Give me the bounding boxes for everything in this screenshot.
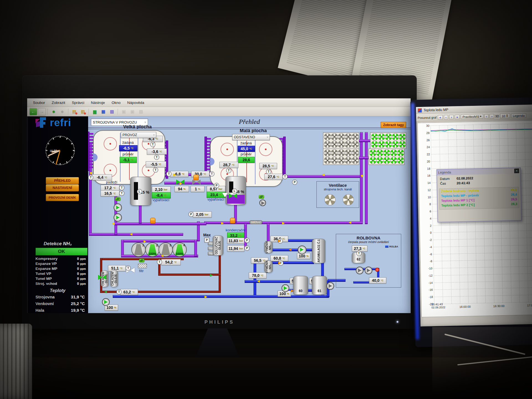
value-text: 11,83 (229, 239, 238, 243)
sidebar-button-nastaven-[interactable]: NASTAVENÍ (46, 184, 79, 191)
y-axis-tick: -4 (429, 245, 432, 249)
nh3-row: Kompresory0 ppm (35, 257, 86, 262)
value-text: 23,4 (210, 193, 218, 197)
fan-icon (352, 141, 359, 148)
sensor-t: T (88, 175, 93, 180)
clock-tick (46, 153, 47, 154)
sensor-p: P (292, 180, 297, 185)
folder-alert-icon[interactable]: ▥ (79, 108, 87, 115)
refri-logo-text: refri (50, 117, 71, 129)
menu-item-soubor[interactable]: Soubor (30, 99, 48, 106)
clock-tick (70, 140, 71, 141)
scada-label: dP (259, 195, 264, 199)
users-icon[interactable]: ☻ (50, 108, 58, 115)
value-text: 100 (299, 254, 305, 258)
condenser-fan-bank-stopped (323, 149, 359, 165)
ruler-left-button[interactable]: ‹ (484, 114, 489, 118)
sidebar-button-provozn-den-k[interactable]: PROVOZNÍ DENÍK (46, 194, 79, 201)
value-text: 45,0 (241, 147, 248, 151)
user-disabled-icon[interactable]: ☻ (58, 108, 66, 115)
vessel-label: VÝMĚNÍK NH₃ (265, 241, 272, 253)
pipe-segment (360, 132, 362, 224)
fan-icon (390, 149, 397, 157)
legend-series-rows: Žádaná hodnota - teplota45,0Teplota ledu… (439, 187, 519, 210)
valve-green[interactable] (229, 193, 237, 198)
pan-right-button[interactable]: › (449, 115, 454, 119)
compressor-2: 2100% (145, 242, 160, 257)
value-unit: °C (113, 186, 116, 189)
value-box: 51,1°C (108, 265, 126, 271)
y-axis-tick: 0 (430, 231, 432, 234)
vessel-label: AKUMULACE Č.1 (312, 239, 325, 263)
close-icon[interactable]: ✕ (514, 169, 519, 173)
sensor-t: T (209, 171, 214, 177)
fan-icon (352, 157, 359, 164)
faceoff-dot (148, 170, 149, 171)
value-unit: °C (203, 173, 206, 175)
nh3-row: Stroj. vchod0 ppm (35, 282, 86, 287)
toolbar-separator (48, 109, 48, 115)
trend-chart[interactable]: Legenda ✕ Datum02.08.2022 Čas20:41:43 Žá… (417, 120, 532, 317)
pipe-segment (267, 224, 269, 242)
pan-left-button[interactable]: ‹ (444, 115, 448, 119)
document-alert-icon[interactable]: ▤ (70, 108, 78, 115)
print2-disabled-icon[interactable]: ▣ (129, 108, 136, 115)
value-box: 78,0°C (249, 272, 267, 278)
flow-arrow-icon: ▶ (257, 280, 260, 283)
report-icon[interactable]: ▨ (108, 108, 116, 115)
export-disabled-icon[interactable]: ▧ (137, 108, 145, 115)
clock-tick (58, 164, 59, 165)
flow-arrow-icon: ▶ (322, 173, 325, 177)
evaporator-coil (89, 133, 93, 170)
menu-item-okno[interactable]: Okno (109, 99, 124, 106)
faceoff-dot (109, 170, 111, 171)
value-unit: °C (131, 147, 134, 150)
pipe-segment (254, 263, 256, 296)
level-sensor: L (137, 189, 142, 194)
clock-tick (73, 154, 74, 155)
rolbovna-box: ROLBOVNAčerpala pouze místní ovládáníROL… (336, 234, 401, 288)
scada-label: vypařovací (206, 198, 226, 201)
value-box: 94% (175, 186, 189, 192)
menu-item-zobrazit[interactable]: Zobrazit (49, 99, 68, 106)
sensor-t: T (119, 191, 124, 196)
velka-state-dropdown[interactable]: PROVOZ˅ (121, 132, 156, 138)
pan-right-fast-button[interactable]: » (455, 115, 460, 119)
x-axis-tick: 15:41:4302.08.2022 (431, 302, 446, 309)
interval-spinner[interactable]: 10 ⇕ (500, 113, 510, 118)
scada-label: průměr (119, 152, 137, 156)
ventilace-box: Ventilacestrojovna tech. kanál (316, 181, 359, 208)
menu-item-nástroje[interactable]: Nástroje (88, 99, 108, 106)
y-axis-tick: 26 (426, 138, 430, 142)
ventilace-labels: strojovna tech. kanál (317, 188, 359, 191)
menu-item-nápověda[interactable]: Nápověda (124, 99, 147, 106)
menu-bar: SouborZobrazitSprávciNástrojeOknoNápověd… (27, 98, 411, 107)
back-icon[interactable]: ← (29, 108, 37, 115)
bar-chart-icon[interactable]: ▆ (91, 108, 99, 115)
vessel: 61 (312, 276, 327, 295)
ruler-mode-select[interactable]: Pravítko/kříž ▾ (461, 114, 483, 119)
legend-window[interactable]: Legenda ✕ Datum02.08.2022 Čas20:41:43 Žá… (436, 167, 522, 222)
clock-tick (50, 139, 51, 140)
menu-item-správci[interactable]: Správci (69, 99, 87, 106)
pan-left-fast-button[interactable]: « (438, 115, 443, 119)
clock-tick (60, 136, 61, 138)
flow-arrow-icon: ▶ (104, 290, 107, 294)
value-text: 63,2 (123, 290, 131, 294)
legend-toggle-button[interactable]: Legenda (511, 113, 526, 118)
sidebar-button-p-ehled[interactable]: PŘEHLED (46, 177, 79, 184)
table-icon[interactable]: ▦ (99, 108, 107, 115)
threed-label[interactable]: 3D (495, 114, 499, 118)
value-text: 51,1 (111, 266, 119, 270)
sensor-t: T (119, 185, 124, 190)
clock-tick (71, 157, 73, 158)
show-tags-button[interactable]: Zobrazit tagy (381, 122, 406, 128)
ruler-right-button[interactable]: › (490, 114, 494, 118)
print-disabled-icon[interactable]: ▣ (120, 108, 128, 115)
valve-green[interactable] (98, 275, 106, 280)
condenser-fan-bank-running (369, 149, 405, 165)
mala-state-dropdown[interactable]: ODSTAVENO˅ (232, 134, 270, 140)
value-box: 11,83bar (227, 238, 244, 244)
forward-icon[interactable]: → (38, 108, 46, 115)
value-unit: bar (164, 188, 168, 191)
